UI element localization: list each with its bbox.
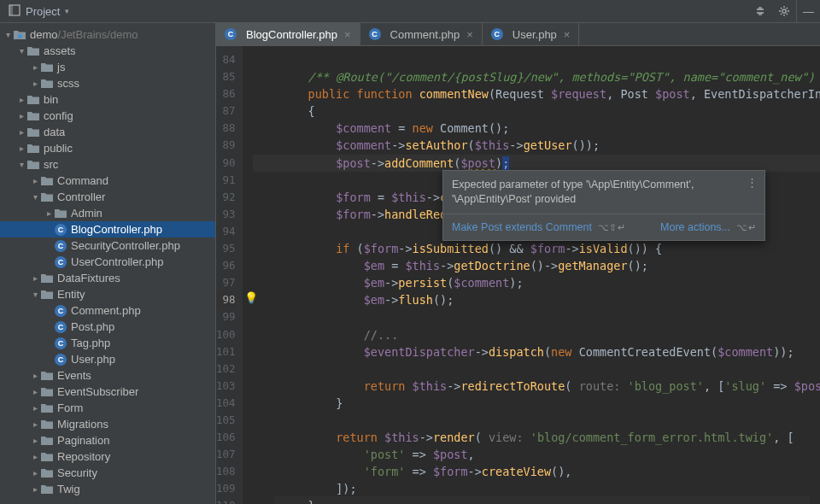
tree-expand-arrow[interactable]: ▾ <box>17 46 26 56</box>
code-line[interactable]: 'post' => $post, <box>253 446 820 463</box>
code-line[interactable]: return $this->render( view: 'blog/commen… <box>253 429 820 446</box>
code-line[interactable] <box>253 308 820 325</box>
tree-expand-arrow[interactable]: ▾ <box>17 160 26 169</box>
tree-node-blogcontroller-php[interactable]: CBlogController.php <box>0 221 215 237</box>
code-line[interactable]: if ($form->isSubmitted() && $form->isVal… <box>253 240 820 257</box>
tree-node-config[interactable]: ▸config <box>0 108 215 124</box>
tree-expand-arrow[interactable]: ▸ <box>44 208 53 218</box>
code-line[interactable]: /** @Route("/comment/{postSlug}/new", me… <box>253 68 820 85</box>
tree-expand-arrow[interactable]: ▸ <box>31 176 39 185</box>
tab-close-icon[interactable]: × <box>465 28 475 41</box>
tab-close-icon[interactable]: × <box>343 28 353 41</box>
tree-expand-arrow[interactable]: ▸ <box>31 419 39 429</box>
tree-node-scss[interactable]: ▸scss <box>0 75 215 91</box>
tree-node-tag-php[interactable]: CTag.php <box>0 335 215 351</box>
code-line[interactable] <box>253 51 820 68</box>
tree-node-eventsubscriber[interactable]: ▸EventSubscriber <box>0 384 215 400</box>
tree-node-repository[interactable]: ▸Repository <box>0 448 215 465</box>
tree-node-migrations[interactable]: ▸Migrations <box>0 416 215 432</box>
folder-icon <box>27 143 39 155</box>
tree-node-bin[interactable]: ▸bin <box>0 91 215 108</box>
tree-expand-arrow[interactable]: ▾ <box>31 192 39 202</box>
editor-tab-user-php[interactable]: CUser.php× <box>483 23 580 45</box>
tree-node-comment-php[interactable]: CComment.php <box>0 302 215 319</box>
tree-node-js[interactable]: ▸js <box>0 59 215 75</box>
tree-expand-arrow[interactable]: ▾ <box>31 290 39 299</box>
code-line[interactable]: $eventDispatcher->dispatch(new CommentCr… <box>253 343 820 360</box>
tree-expand-arrow[interactable]: ▸ <box>17 127 26 137</box>
code-line[interactable]: public function commentNew(Request $requ… <box>253 85 820 103</box>
tree-node-user-php[interactable]: CUser.php <box>0 351 215 367</box>
tree-node-controller[interactable]: ▾Controller <box>0 189 215 205</box>
tree-node-demo[interactable]: ▾demo /JetBrains/demo <box>0 26 215 43</box>
folder-icon <box>41 78 53 90</box>
tree-node-events[interactable]: ▸Events <box>0 367 215 384</box>
tree-node-pagination[interactable]: ▸Pagination <box>0 432 215 448</box>
settings-gear-icon[interactable] <box>772 0 796 22</box>
tree-node-src[interactable]: ▾src <box>0 156 215 173</box>
tree-node-data[interactable]: ▸data <box>0 124 215 140</box>
popup-more-icon[interactable]: ⋮ <box>747 176 758 189</box>
tree-node-admin[interactable]: ▸Admin <box>0 205 215 221</box>
expand-all-icon[interactable] <box>748 0 772 22</box>
tree-expand-arrow[interactable]: ▸ <box>31 403 39 413</box>
tree-expand-arrow[interactable]: ▸ <box>31 371 39 380</box>
tree-node-label: Events <box>57 369 91 382</box>
code-line[interactable]: $em->flush(); <box>253 291 820 308</box>
tree-node-securitycontroller-php[interactable]: CSecurityController.php <box>0 237 215 254</box>
tree-expand-arrow[interactable]: ▸ <box>31 273 39 283</box>
php-class-icon: C <box>55 354 67 366</box>
project-toolwindow-button[interactable]: Project ▾ <box>0 0 78 22</box>
code-line[interactable]: return $this->redirectToRoute( route: 'b… <box>253 378 820 395</box>
code-line[interactable]: $em->persist($comment); <box>253 274 820 291</box>
code-line[interactable]: $comment = new Comment(); <box>253 120 820 137</box>
tree-expand-arrow[interactable]: ▸ <box>31 62 39 72</box>
tree-expand-arrow[interactable]: ▸ <box>17 111 26 120</box>
folder-icon <box>27 126 39 138</box>
line-number-gutter: 8485868788899091929394959697989910010110… <box>216 46 243 504</box>
tree-expand-arrow[interactable]: ▸ <box>17 95 26 104</box>
tab-label: BlogController.php <box>246 28 337 41</box>
code-editor[interactable]: /** @Route("/comment/{postSlug}/new", me… <box>243 46 820 504</box>
editor-tab-blogcontroller-php[interactable]: CBlogController.php× <box>216 23 360 45</box>
tree-expand-arrow[interactable]: ▾ <box>3 30 12 39</box>
tree-expand-arrow[interactable]: ▸ <box>31 387 39 396</box>
php-class-icon: C <box>491 28 503 40</box>
tree-expand-arrow[interactable]: ▸ <box>31 452 39 461</box>
code-line[interactable] <box>253 360 820 378</box>
code-line[interactable]: ]); <box>253 480 820 497</box>
tree-node-form[interactable]: ▸Form <box>0 400 215 416</box>
tree-expand-arrow[interactable]: ▸ <box>17 144 26 153</box>
tree-node-datafixtures[interactable]: ▸DataFixtures <box>0 270 215 286</box>
code-line[interactable] <box>253 412 820 429</box>
tree-node-path: /JetBrains/demo <box>58 28 138 41</box>
code-line[interactable]: } <box>253 395 820 412</box>
code-line[interactable]: { <box>253 103 820 120</box>
tab-close-icon[interactable]: × <box>562 28 572 41</box>
tree-expand-arrow[interactable]: ▸ <box>31 436 39 445</box>
tree-node-assets[interactable]: ▾assets <box>0 43 215 59</box>
php-class-icon: C <box>225 28 237 40</box>
tree-node-usercontroller-php[interactable]: CUserController.php <box>0 254 215 270</box>
tree-expand-arrow[interactable]: ▸ <box>31 468 39 478</box>
editor-tab-comment-php[interactable]: CComment.php× <box>360 23 483 45</box>
tree-node-post-php[interactable]: CPost.php <box>0 319 215 335</box>
popup-quickfix-link[interactable]: Make Post extends Comment <box>452 221 592 233</box>
popup-more-actions-link[interactable]: More actions... <box>660 221 730 233</box>
tree-node-twig[interactable]: ▸Twig <box>0 481 215 497</box>
code-line[interactable]: 'form' => $form->createView(), <box>253 463 820 480</box>
tree-node-public[interactable]: ▸public <box>0 140 215 156</box>
tree-node-entity[interactable]: ▾Entity <box>0 286 215 302</box>
code-line[interactable]: $post->addComment($post); <box>253 155 820 172</box>
hide-toolwindow-icon[interactable]: — <box>796 0 820 22</box>
tree-node-command[interactable]: ▸Command <box>0 173 215 189</box>
code-line[interactable]: $em = $this->getDoctrine()->getManager()… <box>253 257 820 274</box>
code-line[interactable]: //... <box>253 326 820 343</box>
tree-expand-arrow[interactable]: ▸ <box>31 484 39 494</box>
project-tree[interactable]: ▾demo /JetBrains/demo▾assets▸js▸scss▸bin… <box>0 23 216 504</box>
code-line[interactable]: $comment->setAuthor($this->getUser()); <box>253 137 820 154</box>
php-class-icon: C <box>369 28 381 40</box>
horizontal-scrollbar[interactable] <box>274 496 810 504</box>
tree-node-security[interactable]: ▸Security <box>0 465 215 481</box>
tree-expand-arrow[interactable]: ▸ <box>31 79 39 88</box>
